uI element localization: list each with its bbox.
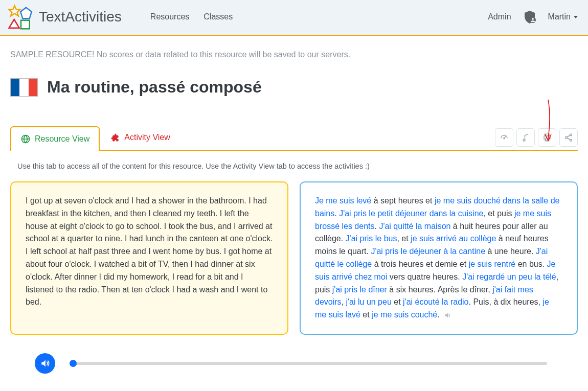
speaker-play-icon xyxy=(40,358,50,369)
user-name: Martin xyxy=(548,12,571,21)
tab-resource-view[interactable]: Resource View xyxy=(10,126,100,151)
sample-notice: SAMPLE RESOURCE! No scores or data relat… xyxy=(10,50,578,59)
fr-phrase[interactable]: je suis arrivé au collège xyxy=(411,234,496,243)
speed-button[interactable] xyxy=(495,128,513,147)
tab-help-text: Use this tab to access all of the conten… xyxy=(17,162,578,170)
fr-phrase[interactable]: j'ai écouté la radio xyxy=(403,297,468,306)
tab-resource-label: Resource View xyxy=(35,134,89,144)
logo-icon xyxy=(8,4,34,30)
toolbar xyxy=(495,128,578,147)
print-icon xyxy=(542,133,552,142)
nav-classes[interactable]: Classes xyxy=(203,12,233,21)
tab-activity-view[interactable]: Activity View xyxy=(100,125,180,150)
svg-point-8 xyxy=(523,139,525,141)
nav-resources[interactable]: Resources xyxy=(150,12,189,21)
svg-marker-1 xyxy=(20,8,32,19)
svg-marker-0 xyxy=(9,6,20,16)
print-button[interactable] xyxy=(538,128,556,147)
globe-icon xyxy=(20,134,31,144)
tab-activity-label: Activity View xyxy=(124,133,170,142)
svg-point-5 xyxy=(532,18,534,20)
puzzle-icon xyxy=(110,132,120,143)
french-card: Je me suis levé à sept heures et je me s… xyxy=(300,181,578,335)
nav-admin[interactable]: Admin xyxy=(488,12,511,21)
content-columns: I got up at seven o'clock and I had a sh… xyxy=(10,181,578,335)
svg-rect-10 xyxy=(546,139,549,141)
share-icon xyxy=(564,133,573,142)
english-card: I got up at seven o'clock and I had a sh… xyxy=(10,181,288,335)
fr-phrase[interactable]: Je me suis levé xyxy=(315,196,371,205)
tabs-row: Resource View Activity View xyxy=(10,125,578,151)
play-button[interactable] xyxy=(35,353,55,374)
music-note-icon xyxy=(521,132,530,143)
share-button[interactable] xyxy=(559,128,578,147)
audio-slider[interactable] xyxy=(70,362,547,365)
top-bar: TextActivities Resources Classes Admin M… xyxy=(0,0,588,36)
brand-logo[interactable]: TextActivities xyxy=(8,4,122,30)
shield-icon[interactable] xyxy=(524,10,536,24)
svg-marker-2 xyxy=(9,19,19,28)
fr-phrase[interactable]: j'ai lu un peu xyxy=(346,297,391,306)
english-text: I got up at seven o'clock and I had a sh… xyxy=(26,196,273,306)
fr-phrase[interactable]: J'ai quitté la maison xyxy=(379,222,450,231)
chevron-down-icon xyxy=(574,16,578,18)
speaker-icon[interactable] xyxy=(444,311,452,319)
title-row: Ma routine, passé composé xyxy=(10,78,578,97)
audio-button[interactable] xyxy=(516,128,535,147)
fr-phrase[interactable]: J'ai pris le déjeuner à la cantine xyxy=(371,247,485,256)
fr-phrase[interactable]: je me suis couché xyxy=(372,310,437,319)
fr-phrase[interactable]: je suis rentré xyxy=(469,260,516,268)
audio-player xyxy=(35,353,578,374)
svg-rect-3 xyxy=(21,20,30,29)
slider-thumb[interactable] xyxy=(70,360,77,367)
gauge-icon xyxy=(500,133,509,142)
fr-phrase[interactable]: J'ai pris le petit déjeuner dans la cuis… xyxy=(339,209,483,218)
fr-phrase[interactable]: j'ai pris le dîner xyxy=(332,285,387,294)
tabs: Resource View Activity View xyxy=(10,125,180,150)
main-nav: Resources Classes xyxy=(150,12,233,21)
user-nav: Admin Martin xyxy=(488,10,578,24)
svg-point-7 xyxy=(504,137,505,139)
user-menu[interactable]: Martin xyxy=(548,12,578,21)
page-title: Ma routine, passé composé xyxy=(47,78,262,97)
fr-phrase[interactable]: J'ai pris le bus xyxy=(346,234,397,243)
brand-name: TextActivities xyxy=(39,9,122,25)
fr-phrase[interactable]: J'ai regardé un peu la télé xyxy=(462,272,556,281)
flag-france-icon xyxy=(10,78,38,97)
